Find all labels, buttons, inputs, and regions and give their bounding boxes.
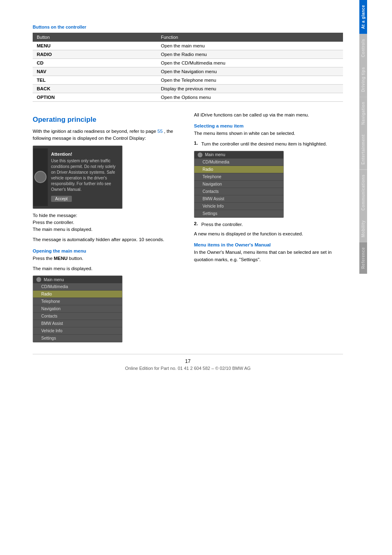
menu-item: Vehicle Info — [194, 203, 283, 210]
screen-controller-area: Attention! Use this system only when tra… — [33, 148, 122, 206]
menu-title-left: Main menu — [44, 278, 64, 282]
button-name: CD — [33, 59, 157, 67]
step-2: 2. Press the controller. — [194, 221, 343, 228]
table-row: OPTIONOpen the Options menu — [33, 93, 343, 102]
step-1: 1. Turn the controller until the desired… — [194, 141, 343, 148]
sidebar-tab-controls[interactable]: Controls — [359, 34, 367, 62]
press-text: Press the — [33, 256, 54, 261]
button-function: Open the Options menu — [157, 93, 343, 102]
selecting-menu-item-heading: Selecting a menu item — [194, 123, 343, 128]
operating-principle-heading: Operating principle — [33, 116, 182, 124]
step2-content: Press the controller. — [201, 221, 243, 228]
main-content: Buttons on the controller Button Functio… — [0, 0, 359, 555]
idrive-intro: All iDrive functions can be called up vi… — [194, 112, 343, 119]
button-function: Open the CD/Multimedia menu — [157, 59, 343, 67]
menu-button-text: Press the MENU button. — [33, 255, 182, 262]
button-function: Open the Telephone menu — [157, 76, 343, 85]
sidebar-tab-reference[interactable]: Reference — [359, 242, 367, 274]
attention-body: Use this system only when traffic condit… — [51, 158, 119, 192]
menu-item: Navigation — [194, 181, 283, 188]
owners-manual-text: In the Owner's Manual, menu items that c… — [194, 249, 343, 263]
button-function: Display the previous menu — [157, 85, 343, 93]
button-function: Open the Radio menu — [157, 50, 343, 59]
sidebar-tab-communications[interactable]: Communications — [359, 170, 367, 215]
menu-item: CD/Multimedia — [194, 159, 283, 166]
button-function: Open the main menu — [157, 42, 343, 50]
table-row: TELOpen the Telephone menu — [33, 76, 343, 85]
attention-screen-mockup: Attention! Use this system only when tra… — [33, 145, 122, 209]
menu-item: Telephone — [33, 298, 122, 305]
menu-item: Settings — [194, 210, 283, 217]
attention-title: Attention! — [51, 152, 119, 157]
table-row: NAVOpen the Navigation menu — [33, 67, 343, 76]
right-column: All iDrive functions can be called up vi… — [194, 112, 343, 346]
controller-table: Button Function MENUOpen the main menuRA… — [33, 33, 343, 102]
menu-bold: MENU — [54, 256, 68, 261]
left-column: Operating principle With the ignition at… — [33, 112, 182, 346]
menu-item: CD/Multimedia — [33, 283, 122, 291]
button-name: NAV — [33, 67, 157, 76]
menu-item: Contacts — [33, 313, 122, 320]
page-footer: 17 Online Edition for Part no. 01 41 2 6… — [33, 354, 343, 379]
owners-manual-heading: Menu items in the Owner's Manual — [194, 242, 343, 247]
menu-item: BMW Assist — [194, 195, 283, 203]
right-sidebar: At a glanceControlsDriving tipsNavigatio… — [359, 0, 372, 555]
menu-item: Settings — [33, 335, 122, 342]
opening-main-menu-heading: Opening the main menu — [33, 248, 182, 253]
two-column-layout: Operating principle With the ignition at… — [33, 112, 343, 346]
intro-text: With the ignition at radio readiness or … — [33, 129, 156, 134]
menu-item: Navigation — [33, 305, 122, 313]
button-function: Open the Navigation menu — [157, 67, 343, 76]
button-name: OPTION — [33, 93, 157, 102]
attention-content: Attention! Use this system only when tra… — [48, 148, 122, 206]
buttons-section-title: Buttons on the controller — [33, 25, 343, 29]
buttons-section: Buttons on the controller Button Functio… — [33, 25, 343, 102]
menu-header-right: Main menu — [194, 151, 283, 159]
left-menu-items-container: CD/MultimediaRadioTelephoneNavigationCon… — [33, 283, 122, 342]
hide-message-text: To hide the message: Press the controlle… — [33, 212, 182, 233]
menu-header-left: Main menu — [33, 276, 122, 283]
sidebar-tab-navigation[interactable]: Navigation — [359, 97, 367, 130]
col-header-button: Button — [33, 33, 157, 42]
col-header-function: Function — [157, 33, 343, 42]
sidebar-tab-at-a-glance[interactable]: At a glance — [359, 0, 367, 34]
step1-number: 1. — [194, 141, 200, 148]
step2-result: A new menu is displayed or the function … — [194, 231, 343, 237]
accept-button[interactable]: Accept — [51, 196, 72, 202]
menu-displayed-text: The main menu is displayed. — [33, 265, 182, 272]
menu-item: BMW Assist — [33, 320, 122, 327]
table-row: CDOpen the CD/Multimedia menu — [33, 59, 343, 67]
table-header-row: Button Function — [33, 33, 343, 42]
step2-number: 2. — [194, 221, 200, 228]
main-menu-mockup-left: Main menu CD/MultimediaRadioTelephoneNav… — [33, 275, 122, 342]
menu-item: Telephone — [194, 173, 283, 181]
page-ref-link[interactable]: 55 — [158, 129, 163, 134]
step1-content: Turn the controller until the desired me… — [201, 141, 327, 148]
button-name: RADIO — [33, 50, 157, 59]
controller-circle-icon — [34, 171, 47, 183]
page-number: 17 — [33, 358, 343, 364]
sidebar-tab-entertainment[interactable]: Entertainment — [359, 130, 367, 170]
menu-icon-right — [198, 152, 203, 157]
footer-text: Online Edition for Part no. 01 41 2 604 … — [125, 366, 251, 371]
menu-title-right: Main menu — [205, 152, 225, 157]
menu-item: Radio — [33, 291, 122, 298]
sidebar-tab-driving-tips[interactable]: Driving tips — [359, 62, 367, 97]
menu-item: Contacts — [194, 188, 283, 195]
main-menu-mockup-right: Main menu CD/MultimediaRadioTelephoneNav… — [194, 151, 284, 218]
table-row: RADIOOpen the Radio menu — [33, 50, 343, 59]
button-name: TEL — [33, 76, 157, 85]
intro-paragraph: With the ignition at radio readiness or … — [33, 128, 182, 142]
sidebar-tab-mobility[interactable]: Mobility — [359, 215, 367, 242]
table-row: MENUOpen the main menu — [33, 42, 343, 50]
page-container: Buttons on the controller Button Functio… — [0, 0, 392, 555]
menu-item: Radio — [194, 166, 283, 173]
right-menu-items-container: CD/MultimediaRadioTelephoneNavigationCon… — [194, 159, 283, 217]
menu-items-white-text: The menu items shown in white can be sel… — [194, 130, 343, 137]
button-name: BACK — [33, 85, 157, 93]
table-row: BACKDisplay the previous menu — [33, 85, 343, 93]
menu-item: Vehicle Info — [33, 327, 122, 335]
menu-icon-left — [36, 277, 41, 282]
button-name: MENU — [33, 42, 157, 50]
sidebar-tabs-container: At a glanceControlsDriving tipsNavigatio… — [359, 0, 372, 274]
